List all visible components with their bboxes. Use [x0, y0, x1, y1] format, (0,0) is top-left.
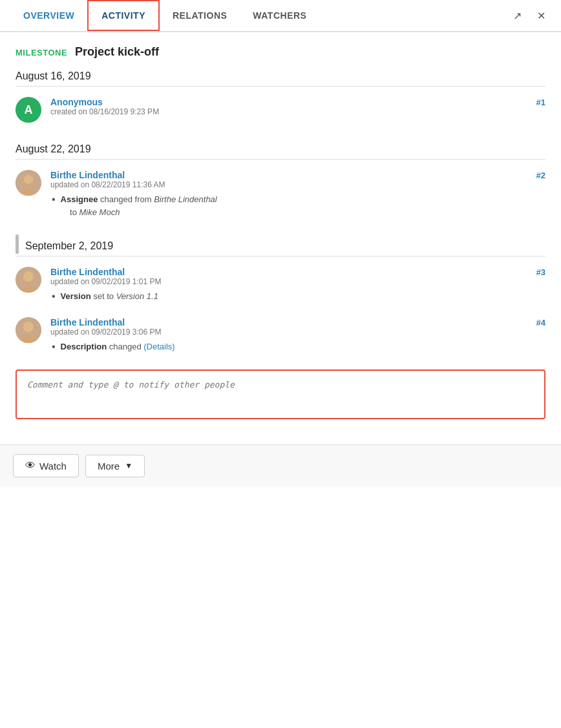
footer-bar: 👁 Watch More ▼	[0, 444, 561, 486]
change-text-4-1: Description changed (Details)	[61, 340, 175, 353]
section-date-aug16: August 16, 2019	[16, 63, 545, 86]
entry-changes-2: • Assignee changed from Birthe Lindentha…	[50, 193, 545, 218]
svg-point-7	[23, 271, 34, 282]
expand-button[interactable]: ↗	[508, 7, 527, 25]
entry-timestamp-3: updated on 09/02/2019 1:01 PM	[50, 277, 545, 286]
avatar-birthe-3	[16, 317, 41, 343]
entry-header-1: Anonymous #1	[50, 97, 545, 107]
more-button[interactable]: More ▼	[85, 455, 145, 477]
activity-entry-3: Birthe Lindenthal #3 updated on 09/02/20…	[16, 267, 545, 304]
entry-header-3: Birthe Lindenthal #3	[50, 267, 545, 277]
svg-point-10	[23, 322, 34, 332]
tab-actions: ↗ ✕	[508, 7, 551, 25]
entry-timestamp-2: updated on 08/22/2019 11:36 AM	[50, 180, 545, 189]
change-key-2-1: Assignee	[61, 194, 98, 204]
change-before-3-1: set to	[93, 291, 116, 301]
change-bullet-3: •	[52, 290, 56, 302]
date-section-sep2: September 2, 2019 Birthe Lindenthal #3 u…	[16, 233, 545, 354]
change-text-2-1: Assignee changed from Birthe Lindenthal …	[61, 193, 217, 218]
main-content: MILESTONE Project kick-off August 16, 20…	[0, 32, 561, 444]
tab-watchers[interactable]: WATCHERS	[240, 1, 319, 30]
change-before-2-1: changed from	[100, 194, 154, 204]
chevron-down-icon: ▼	[125, 461, 132, 470]
more-label: More	[98, 461, 120, 472]
tab-relations[interactable]: RELATIONS	[160, 1, 240, 30]
milestone-label: MILESTONE	[16, 48, 67, 57]
avatar-anonymous: A	[16, 97, 41, 123]
entry-header-4: Birthe Lindenthal #4	[50, 317, 545, 328]
entry-body-4: Birthe Lindenthal #4 updated on 09/02/20…	[50, 317, 545, 355]
change-bullet-4: •	[52, 340, 56, 353]
entry-body-1: Anonymous #1 created on 08/16/2019 9:23 …	[50, 97, 545, 116]
watch-button[interactable]: 👁 Watch	[13, 454, 79, 477]
user-name-4[interactable]: Birthe Lindenthal	[50, 317, 125, 328]
change-bullet: •	[52, 193, 56, 205]
tabs-bar: OVERVIEW ACTIVITY RELATIONS WATCHERS ↗ ✕	[0, 0, 561, 32]
activity-entry-4: Birthe Lindenthal #4 updated on 09/02/20…	[16, 317, 545, 355]
user-name-2[interactable]: Birthe Lindenthal	[50, 170, 125, 180]
entry-number-4: #4	[529, 318, 545, 328]
tab-activity[interactable]: ACTIVITY	[87, 0, 160, 31]
user-name-1: Anonymous	[50, 97, 103, 107]
date-section-aug16: August 16, 2019 A Anonymous #1 created o…	[16, 63, 545, 123]
section-divider-aug22	[16, 159, 545, 160]
eye-icon: 👁	[25, 460, 36, 472]
entry-number-2: #2	[529, 171, 545, 180]
comment-area	[16, 369, 545, 421]
watch-label: Watch	[39, 461, 67, 472]
change-key-4-1: Description	[61, 342, 107, 351]
entry-header-2: Birthe Lindenthal #2	[50, 170, 545, 180]
change-text-3-1: Version set to Version 1.1	[61, 290, 158, 303]
section-accent-bar	[16, 234, 19, 254]
section-date-sep2: September 2, 2019	[25, 233, 113, 256]
date-section-aug22: August 22, 2019 Birthe Lindenthal	[16, 136, 545, 220]
svg-point-4	[24, 175, 33, 184]
avatar-birthe-2	[16, 267, 41, 293]
entry-timestamp-4: updated on 09/02/2019 3:06 PM	[50, 328, 545, 337]
entry-body-2: Birthe Lindenthal #2 updated on 08/22/20…	[50, 170, 545, 220]
change-before-4-1: changed	[109, 342, 144, 351]
entry-number-3: #3	[529, 267, 545, 277]
comment-input[interactable]	[16, 369, 545, 419]
entry-changes-4: • Description changed (Details)	[50, 340, 545, 353]
entry-body-3: Birthe Lindenthal #3 updated on 09/02/20…	[50, 267, 545, 304]
section-divider-aug16	[16, 86, 545, 87]
close-button[interactable]: ✕	[532, 7, 551, 25]
change-item-3-1: • Version set to Version 1.1	[52, 290, 545, 303]
entry-number-1: #1	[529, 98, 545, 107]
change-italic1-2-1: Birthe Lindenthal	[154, 194, 217, 204]
user-name-3[interactable]: Birthe Lindenthal	[50, 267, 125, 277]
change-italic2-2-1: Mike Moch	[79, 207, 120, 217]
section-date-aug22: August 22, 2019	[16, 136, 545, 159]
entry-timestamp-1: created on 08/16/2019 9:23 PM	[50, 107, 545, 116]
milestone-header: MILESTONE Project kick-off	[16, 45, 545, 59]
change-details-link[interactable]: (Details)	[143, 342, 175, 351]
change-key-3-1: Version	[61, 291, 91, 301]
tab-overview[interactable]: OVERVIEW	[10, 1, 87, 30]
entry-changes-3: • Version set to Version 1.1	[50, 290, 545, 303]
avatar-birthe-1	[16, 170, 41, 196]
change-italic1-3-1: Version 1.1	[116, 291, 158, 301]
change-mid-2-1: to	[61, 207, 79, 217]
milestone-title: Project kick-off	[75, 45, 159, 58]
activity-entry-2: Birthe Lindenthal #2 updated on 08/22/20…	[16, 170, 545, 220]
change-item-4-1: • Description changed (Details)	[52, 340, 545, 353]
activity-entry-1: A Anonymous #1 created on 08/16/2019 9:2…	[16, 97, 545, 123]
section-divider-sep2	[16, 256, 545, 256]
change-item-2-1: • Assignee changed from Birthe Lindentha…	[52, 193, 545, 218]
